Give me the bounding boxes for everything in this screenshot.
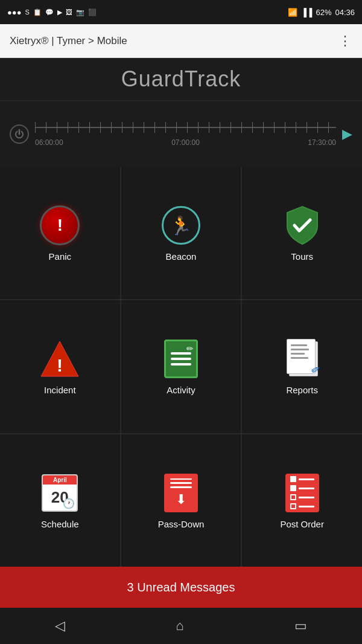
tours-icon (285, 205, 320, 245)
incident-button[interactable]: ! Incident (0, 300, 120, 433)
timeline-labels: 06:00:00 07:00:00 17:30:00 (35, 138, 336, 147)
app-icon-2: 📋 (33, 8, 42, 16)
activity-button[interactable]: Activity (121, 300, 241, 433)
reports-label: Reports (286, 385, 318, 395)
app-header: GuardTrack (0, 58, 362, 100)
passdown-label: Pass-Down (158, 519, 205, 529)
unread-messages-text: 3 Unread Messages (127, 581, 235, 594)
menu-button[interactable]: ⋮ (338, 33, 352, 49)
panic-icon: ! (40, 205, 80, 245)
app-title: Xietryx® | Tymer > Mobile (10, 35, 127, 47)
track-line (35, 127, 336, 128)
timeline-section: 06:00:00 07:00:00 17:30:00 ▶ (0, 100, 362, 167)
incident-label: Incident (44, 385, 76, 395)
schedule-button[interactable]: April 20 🕐 Schedule (0, 434, 120, 567)
beacon-button[interactable]: 🏃 Beacon (121, 167, 241, 299)
wifi-icon: 📶 (288, 8, 297, 17)
battery-text: 62% (316, 8, 331, 17)
activity-label: Activity (167, 385, 195, 395)
panic-button[interactable]: ! Panic (0, 167, 120, 299)
status-left-icons: ●●● S 📋 💬 ▶ 🖼 📷 ⬛ (7, 8, 97, 17)
app-icon-1: S (25, 8, 30, 16)
schedule-icon: April 20 🕐 (42, 474, 78, 512)
time-label-1: 06:00:00 (35, 138, 63, 147)
incident-icon-container: ! (39, 338, 81, 380)
incident-icon: ! (39, 339, 81, 379)
signal-icon: ▐▐ (301, 8, 312, 17)
app-icon-3: 💬 (45, 8, 54, 16)
app-icon-7: ⬛ (88, 8, 97, 16)
reports-icon-container: ✏ (281, 338, 323, 380)
panic-icon-container: ! (39, 204, 81, 246)
cal-month: April (43, 475, 77, 485)
postorder-label: Post Order (280, 519, 324, 529)
app-icon-4: ▶ (57, 8, 62, 16)
beacon-label: Beacon (166, 251, 197, 262)
activity-icon (164, 340, 198, 378)
tours-label: Tours (291, 251, 313, 262)
arrow-down-icon: ⬇ (176, 492, 186, 507)
time-label-2: 07:00:00 (171, 138, 200, 147)
status-right-icons: 📶 ▐▐ 62% 04:36 (288, 8, 355, 17)
passdown-button[interactable]: ⬇ Pass-Down (121, 434, 241, 567)
reports-icon: ✏ (284, 339, 320, 379)
schedule-label: Schedule (41, 519, 79, 529)
tours-icon-container (281, 204, 323, 246)
postorder-icon-container (281, 472, 323, 514)
power-button[interactable] (10, 124, 29, 144)
panic-label: Panic (49, 251, 72, 262)
guardtrack-title: GuardTrack (121, 66, 241, 92)
passdown-icon: ⬇ (164, 474, 198, 512)
app-icon-6: 📷 (76, 8, 84, 16)
tours-button[interactable]: Tours (242, 167, 362, 299)
app-icon-5: 🖼 (66, 8, 72, 16)
postorder-button[interactable]: Post Order (242, 434, 362, 567)
home-button[interactable]: ⌂ (164, 613, 195, 639)
svg-text:!: ! (57, 355, 63, 375)
schedule-icon-container: April 20 🕐 (39, 472, 81, 514)
postorder-icon (285, 474, 319, 512)
passdown-icon-container: ⬇ (160, 472, 202, 514)
back-button[interactable]: ◁ (43, 613, 77, 639)
time-label-3: 17:30:00 (308, 138, 336, 147)
status-bar: ●●● S 📋 💬 ▶ 🖼 📷 ⬛ 📶 ▐▐ 62% 04:36 (0, 0, 362, 24)
messages-bar[interactable]: 3 Unread Messages (0, 567, 362, 608)
grid-section: ! Panic 🏃 Beacon Tours (0, 167, 362, 567)
beacon-icon: 🏃 (162, 206, 200, 245)
recent-button[interactable]: ▭ (282, 613, 319, 639)
play-button[interactable]: ▶ (342, 126, 352, 142)
timeline-track (35, 121, 336, 134)
time-icon: ●●● (7, 8, 22, 17)
beacon-icon-container: 🏃 (160, 204, 202, 246)
reports-button[interactable]: ✏ Reports (242, 300, 362, 433)
timeline-center: 06:00:00 07:00:00 17:30:00 (29, 121, 342, 147)
clock-icon: 🕐 (63, 498, 75, 509)
activity-icon-container (160, 338, 202, 380)
title-bar: Xietryx® | Tymer > Mobile ⋮ (0, 24, 362, 58)
bottom-nav: ◁ ⌂ ▭ (0, 608, 362, 644)
clock: 04:36 (335, 8, 355, 17)
